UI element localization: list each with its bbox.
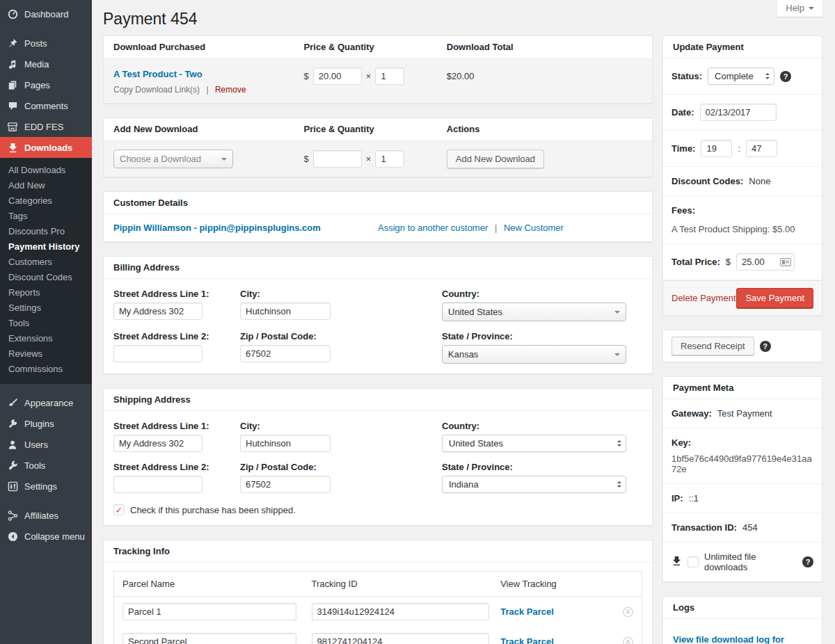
sidebar-item-media[interactable]: Media: [0, 54, 92, 74]
sidebar-item-edd-fes[interactable]: EDD FES: [0, 116, 92, 137]
billing-state-select[interactable]: Kansas: [442, 345, 626, 364]
status-value: Complete: [715, 71, 754, 81]
remove-tracking-icon[interactable]: ⓧ: [623, 636, 633, 644]
parcel-name-input[interactable]: [122, 633, 296, 644]
date-input[interactable]: [700, 104, 777, 121]
status-select[interactable]: Complete: [708, 67, 774, 85]
sidebar-item-label: Posts: [24, 38, 47, 49]
submenu-item-reviews[interactable]: Reviews: [0, 346, 92, 362]
billing-zip-input[interactable]: [240, 345, 331, 362]
download-total-value: $20.00: [447, 67, 642, 81]
time-hour-input[interactable]: [701, 140, 732, 157]
add-new-download-button[interactable]: Add New Download: [447, 150, 544, 168]
select-arrows-icon: [617, 438, 621, 449]
shipping-state-value: Indiana: [449, 479, 479, 490]
sidebar-item-pages[interactable]: Pages: [0, 74, 92, 95]
sidebar-item-users[interactable]: Users: [0, 434, 92, 455]
ip-label: IP:: [671, 493, 683, 504]
col-actions: Actions: [447, 124, 642, 134]
track-parcel-link[interactable]: Track Parcel: [500, 636, 554, 644]
sidebar-item-appearance[interactable]: Appearance: [0, 392, 92, 413]
delete-payment-link[interactable]: Delete Payment: [671, 293, 736, 303]
sidebar-item-label: Pages: [24, 80, 50, 90]
customer-link[interactable]: Pippin Williamson - pippin@pippinsplugin…: [113, 223, 321, 233]
unlimited-downloads-checkbox[interactable]: [687, 556, 699, 567]
help-button[interactable]: Help: [777, 0, 822, 17]
remove-link[interactable]: Remove: [215, 85, 246, 95]
price-input[interactable]: [313, 67, 362, 85]
sidebar-item-label: Appearance: [24, 398, 73, 408]
sidebar-item-collapse-menu[interactable]: Collapse menu: [0, 526, 92, 547]
shipping-state-select[interactable]: Indiana: [442, 476, 626, 493]
sidebar-item-posts[interactable]: Posts: [0, 33, 92, 54]
billing-city-input[interactable]: [240, 303, 331, 320]
sidebar-item-affiliates[interactable]: Affiliates: [0, 505, 92, 526]
shipping-line1-input[interactable]: [113, 435, 202, 452]
billing-line1-input[interactable]: [113, 303, 202, 320]
copy-download-link[interactable]: Copy Download Link(s): [113, 85, 200, 95]
tracking-id-input[interactable]: [312, 633, 489, 644]
shipping-city-input[interactable]: [240, 435, 331, 452]
product-link[interactable]: A Test Product - Two: [113, 69, 202, 79]
chevron-down-icon: [614, 353, 620, 359]
select-arrows-icon: [617, 479, 621, 490]
chevron-down-icon: [809, 7, 814, 13]
billing-country-select[interactable]: United States: [442, 303, 626, 321]
sidebar-item-downloads[interactable]: Downloads: [0, 137, 92, 158]
submenu-item-customers[interactable]: Customers: [0, 255, 92, 270]
sidebar-item-comments[interactable]: Comments: [0, 95, 92, 116]
billing-city-label: City:: [240, 289, 442, 299]
submenu-item-settings[interactable]: Settings: [0, 300, 92, 316]
collapse-arrow-icon: [6, 531, 19, 542]
submenu-item-commissions[interactable]: Commissions: [0, 362, 92, 377]
save-payment-button[interactable]: Save Payment: [736, 288, 813, 308]
submenu-item-reports[interactable]: Reports: [0, 285, 92, 300]
submenu-item-discount-codes[interactable]: Discount Codes: [0, 270, 92, 285]
new-customer-link[interactable]: New Customer: [504, 223, 564, 233]
assign-customer-link[interactable]: Assign to another customer: [378, 223, 488, 233]
remove-tracking-icon[interactable]: ⓧ: [623, 606, 633, 617]
new-price-input[interactable]: [313, 150, 362, 168]
submenu-item-extensions[interactable]: Extensions: [0, 331, 92, 346]
billing-address-panel: Billing Address Street Address Line 1: C…: [103, 256, 653, 374]
submenu-item-add-new[interactable]: Add New: [0, 178, 92, 193]
choose-download-select[interactable]: Choose a Download: [113, 150, 233, 168]
submenu-item-all-downloads[interactable]: All Downloads: [0, 163, 92, 178]
submenu-item-payment-history[interactable]: Payment History: [0, 239, 92, 255]
sidebar-item-settings[interactable]: Settings: [0, 476, 92, 497]
shipping-country-select[interactable]: United States: [442, 435, 626, 452]
resend-receipt-help-icon[interactable]: ?: [760, 341, 771, 352]
shipping-line2-input[interactable]: [113, 476, 202, 493]
unlimited-downloads-help-icon[interactable]: ?: [802, 556, 813, 567]
submenu-item-discounts-pro[interactable]: Discounts Pro: [0, 224, 92, 239]
admin-menu-lower: Appearance Plugins Users Tools Settings: [0, 392, 92, 497]
time-minute-input[interactable]: [746, 140, 777, 157]
track-parcel-link[interactable]: Track Parcel: [500, 606, 554, 617]
tracking-id-input[interactable]: [312, 603, 489, 620]
recalculate-totals-icon[interactable]: [780, 258, 791, 266]
purchased-table-header: Download Purchased Price & Quantity Down…: [104, 36, 652, 58]
add-download-table-header: Add New Download Price & Quantity Action…: [104, 118, 652, 140]
paintbrush-icon: [6, 397, 19, 408]
sidebar-item-label: Comments: [24, 101, 68, 111]
sidebar-item-dashboard[interactable]: Dashboard: [0, 0, 92, 24]
sidebar-item-plugins[interactable]: Plugins: [0, 413, 92, 434]
times-symbol: ×: [366, 154, 372, 164]
file-download-log-link[interactable]: View file download log for purchase: [673, 634, 812, 644]
shipped-checkbox[interactable]: [113, 504, 125, 515]
billing-line2-input[interactable]: [113, 345, 202, 362]
resend-receipt-button[interactable]: Resend Receipt: [671, 337, 754, 355]
submenu-item-tools[interactable]: Tools: [0, 316, 92, 331]
admin-menu-footer: Affiliates Collapse menu: [0, 505, 92, 547]
submenu-item-tags[interactable]: Tags: [0, 209, 92, 224]
quantity-input[interactable]: [375, 67, 404, 85]
plug-icon: [6, 418, 19, 429]
shipping-zip-input[interactable]: [240, 476, 331, 493]
sidebar-item-tools[interactable]: Tools: [0, 455, 92, 476]
key-value: 1bf5e76c4490d9fa977619e4e31aa72e: [671, 453, 813, 474]
status-help-icon[interactable]: ?: [780, 71, 791, 82]
submenu-item-categories[interactable]: Categories: [0, 193, 92, 209]
shipping-line2-label: Street Address Line 2:: [113, 462, 240, 472]
new-quantity-input[interactable]: [375, 150, 404, 168]
parcel-name-input[interactable]: [122, 603, 296, 620]
